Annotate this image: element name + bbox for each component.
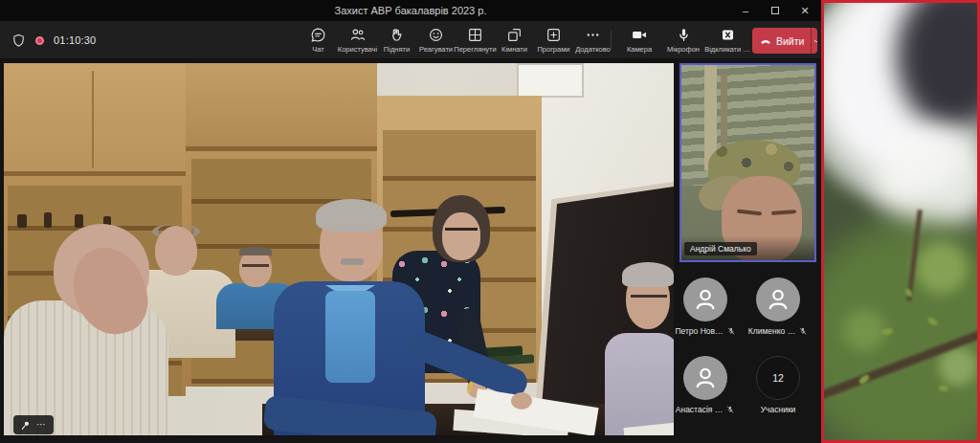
react-label: Реагувати — [419, 45, 453, 54]
meeting-timer: 01:10:30 — [54, 34, 96, 46]
meeting-title: Захист АВР бакалаврів 2023 р. — [0, 0, 821, 21]
center-man-shirt — [325, 291, 375, 383]
right-man-glasses — [631, 295, 667, 298]
cabinet-door — [186, 63, 377, 151]
bokeh-circle — [939, 347, 977, 386]
raise-hand-icon — [389, 27, 405, 43]
person-icon — [691, 285, 720, 314]
toolbar-divider — [611, 31, 612, 50]
maximize-icon — [771, 7, 779, 14]
camera-button[interactable]: Камера — [617, 23, 661, 57]
meeting-toolbar: 01:10:30 Чат Користувачі Підняти Реагу — [0, 21, 821, 59]
close-button[interactable]: ✕ — [791, 0, 819, 21]
leave-button[interactable]: Вийти — [752, 28, 811, 54]
minimize-button[interactable]: – — [731, 0, 760, 21]
camera-icon — [631, 27, 648, 43]
blurred-nature-photo — [824, 3, 977, 440]
standing-woman-glasses — [445, 228, 478, 231]
person-icon — [691, 364, 720, 392]
chat-label: Чат — [312, 45, 323, 54]
mic-muted-icon — [725, 405, 735, 414]
overflow-label: Учасники — [745, 405, 812, 414]
mic-button[interactable]: Мікрофон — [661, 23, 705, 57]
mic-muted-icon — [726, 326, 736, 336]
right-man-shirt — [605, 333, 674, 435]
dismiss-box-icon — [720, 27, 736, 43]
meeting-stage: ⋯ Андрій Смалько — [0, 59, 821, 443]
center-man-hand — [511, 392, 532, 410]
smiley-icon — [428, 27, 444, 43]
leave-options-button[interactable] — [811, 28, 817, 54]
view-label: Переглянути — [454, 45, 496, 54]
rooms-icon — [506, 27, 523, 43]
center-man-hair — [316, 199, 387, 232]
participant-name: Клименко … — [748, 326, 795, 336]
hangup-icon — [759, 35, 772, 47]
apps-button[interactable]: Програми — [534, 23, 573, 57]
person-blue-polo-glasses — [242, 264, 269, 267]
maximize-button[interactable] — [762, 0, 791, 21]
featured-participant-video: Андрій Смалько — [681, 65, 814, 260]
chat-button[interactable]: Чат — [299, 23, 338, 57]
people-icon — [349, 27, 366, 43]
toolbar-main-group: Чат Користувачі Підняти Реагувати Перегл… — [299, 23, 612, 57]
apps-label: Програми — [537, 45, 569, 54]
more-button[interactable]: Додатково — [573, 23, 612, 57]
recording-icon — [35, 36, 44, 45]
react-button[interactable]: Реагувати — [416, 23, 456, 57]
video-more-icon[interactable]: ⋯ — [36, 420, 47, 430]
meeting-status-group: 01:10:30 — [11, 21, 96, 59]
title-bar: Захист АВР бакалаврів 2023 р. – ✕ — [0, 0, 821, 21]
overflow-count: 12 — [772, 372, 784, 384]
apps-plus-icon — [546, 27, 562, 43]
standing-woman-face — [442, 212, 480, 260]
window-frame — [517, 63, 584, 98]
avatar — [683, 277, 727, 321]
rooms-label: Кімнати — [501, 45, 527, 54]
overflow-count-circle: 12 — [756, 356, 800, 400]
cabinet-door-seam — [92, 71, 94, 168]
pin-icon — [20, 420, 31, 431]
main-room-video[interactable]: ⋯ — [4, 63, 674, 435]
participant-name: Петро Нов… — [675, 326, 723, 336]
avatar — [683, 356, 727, 400]
dismiss-button[interactable]: Відкликати … — [705, 23, 749, 57]
background-window-red-border[interactable] — [821, 0, 980, 443]
person-cream-shirt-head — [155, 226, 197, 276]
shelf-trophy — [75, 214, 83, 228]
dismiss-label: Відкликати … — [704, 45, 750, 54]
participant-tile[interactable]: Анастасія … — [672, 356, 739, 414]
raise-hand-label: Підняти — [384, 45, 410, 54]
pinned-video-controls[interactable]: ⋯ — [13, 415, 54, 434]
participants-button[interactable]: Користувачі — [338, 23, 377, 57]
participants-label: Користувачі — [338, 45, 377, 54]
shelf-trophy — [44, 212, 52, 228]
person-icon — [764, 285, 792, 314]
grid-view-icon — [467, 27, 483, 43]
bokeh-circle — [843, 309, 885, 351]
bokeh-circle — [916, 242, 968, 294]
right-man-hair — [622, 262, 674, 287]
toolbar-device-group: Камера Мікрофон Відкликати … — [617, 23, 749, 57]
shelf-trophy — [17, 214, 27, 228]
person-blue-polo-hair — [239, 247, 272, 255]
participant-tile[interactable]: Петро Нов… — [672, 277, 739, 336]
ellipsis-icon — [585, 27, 601, 43]
participant-tile[interactable]: Клименко … — [745, 277, 812, 336]
chat-icon — [310, 27, 326, 43]
camera-label: Камера — [627, 45, 652, 54]
leave-split-button[interactable]: Вийти — [752, 28, 817, 54]
featured-participant-tile[interactable]: Андрій Смалько — [679, 63, 816, 262]
raise-hand-button[interactable]: Підняти — [377, 23, 416, 57]
mic-label: Мікрофон — [667, 45, 700, 54]
rooms-button[interactable]: Кімнати — [495, 23, 534, 57]
participants-overflow-tile[interactable]: 12 Учасники — [745, 356, 812, 414]
view-button[interactable]: Переглянути — [456, 23, 495, 57]
mic-muted-icon — [798, 326, 808, 336]
cabinet-door — [4, 63, 186, 176]
participant-name: Анастасія … — [676, 405, 723, 414]
teams-meeting-window: Захист АВР бакалаврів 2023 р. – ✕ 01:10:… — [0, 0, 821, 443]
screen: Захист АВР бакалаврів 2023 р. – ✕ 01:10:… — [0, 0, 980, 443]
more-label: Додатково — [575, 45, 611, 54]
center-man-mustache — [341, 258, 364, 265]
